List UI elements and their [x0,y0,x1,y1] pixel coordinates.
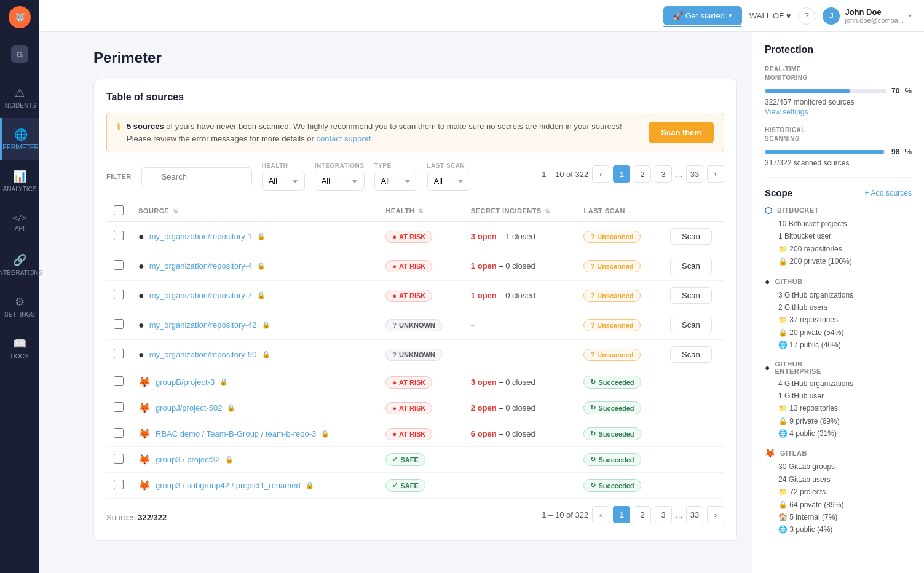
scope-header: Scope + Add sources [765,188,912,198]
row-checkbox[interactable] [114,480,124,489]
bitbucket-provider: ⬡ BITBUCKET [765,205,912,215]
row-checkbox[interactable] [114,290,124,299]
gitlab-provider: 🦊 GITLAB [765,448,912,458]
source-link[interactable]: group3 / subgroup42 / project1_renamed [156,481,301,490]
contact-support-link[interactable]: contact support. [317,134,374,143]
gitlab-detail-5: 🏠 5 internal (7%) [778,511,912,523]
page-2-button-bottom[interactable]: 2 [634,506,651,523]
page-1-button-bottom[interactable]: 1 [613,506,630,523]
lock-icon: 🔒 [257,262,266,270]
health-badge: ● AT RISK [385,428,432,440]
page-3-button-bottom[interactable]: 3 [655,506,672,523]
table-row: ●my_organization/repository-42 🔒? UNKNOW… [106,310,724,340]
source-link[interactable]: my_organization/repository-7 [149,291,253,300]
github-detail-5: 🌐 17 public (46%) [778,339,912,351]
scan-button[interactable]: Scan [670,228,712,245]
github-source-icon: ● [138,349,144,360]
add-sources-button[interactable]: + Add sources [865,189,912,197]
scope-bitbucket: ⬡ BITBUCKET 10 Bitbucket projects 1 Bitb… [765,205,912,268]
page-3-button[interactable]: 3 [655,165,672,183]
alert-text: 5 sources of yours have never been scann… [127,121,622,144]
sidebar-item-analytics[interactable]: 📊 ANALYTICS [0,160,39,202]
succeeded-icon: ↻ [590,481,596,489]
row-checkbox[interactable] [114,319,124,329]
help-button[interactable]: ? [798,7,815,25]
last-scan-filter-select[interactable]: All [427,172,470,191]
sidebar-item-settings[interactable]: ⚙ SETTINGS [0,285,39,327]
closed-count: 0 closed [505,261,535,271]
filter-label: FILTER [106,173,132,180]
health-sort-icon: ⇅ [418,208,424,215]
closed-count: 0 closed [505,291,535,300]
succeeded-icon: ↻ [590,430,596,438]
source-link[interactable]: groupJ/project-502 [156,403,222,413]
page-1-button[interactable]: 1 [613,165,630,183]
row-checkbox[interactable] [114,428,124,438]
sidebar-item-api[interactable]: </> API [0,202,39,243]
sources-count: Sources 322/322 [106,513,167,522]
source-link[interactable]: groupB/project-3 [156,377,215,387]
chevron-down-icon: ▾ [909,12,912,19]
wall-of-button[interactable]: WALL OF ♥ [749,11,791,20]
source-link[interactable]: RBAC demo / Team-B-Group / team-b-repo-3 [156,429,316,438]
scan-them-button[interactable]: Scan them [649,122,714,143]
scope-title: Scope [765,188,792,198]
get-started-label: 🚀 Get started [673,11,725,20]
health-badge: ✓ SAFE [385,453,425,466]
sidebar-item-integrations[interactable]: 🔗 INTEGRATIONS [0,243,39,285]
sidebar-item-g[interactable]: G [0,34,39,76]
source-link[interactable]: my_organization/repository-90 [149,350,257,359]
source-link[interactable]: my_organization/repository-4 [149,261,253,271]
api-icon: </> [12,213,26,223]
app-logo[interactable]: 🐺 [9,6,31,28]
row-checkbox[interactable] [114,376,124,386]
card-title: Table of sources [106,92,724,103]
search-input[interactable] [141,167,252,186]
user-section[interactable]: J John Doe john.doe@compa... ▾ [823,7,912,25]
row-checkbox[interactable] [114,454,124,464]
row-checkbox[interactable] [114,260,124,270]
integrations-filter-select[interactable]: All [315,172,365,191]
health-filter-select[interactable]: All [262,172,305,191]
gitlab-icon: 🦊 [765,448,775,458]
sidebar-item-docs[interactable]: 📖 DOCS [0,327,39,369]
type-filter-select[interactable]: All [374,172,417,191]
prev-page-button-bottom[interactable]: ‹ [592,506,609,523]
scan-button[interactable]: Scan [670,258,712,274]
view-settings-link[interactable]: View settings [765,108,912,116]
page-last-button[interactable]: 33 [686,165,703,183]
page-2-button[interactable]: 2 [634,165,651,183]
row-checkbox[interactable] [114,349,124,358]
source-link[interactable]: group3 / project32 [156,455,220,464]
prev-page-button[interactable]: ‹ [592,165,609,183]
unscanned-icon: ? [590,292,594,299]
table-row: 🦊RBAC demo / Team-B-Group / team-b-repo-… [106,421,724,447]
select-all-checkbox[interactable] [114,205,124,215]
content-area: Perimeter Table of sources ℹ 5 sources o… [79,32,752,573]
scan-button[interactable]: Scan [670,317,712,333]
scan-button[interactable]: Scan [670,287,712,304]
get-started-button[interactable]: 🚀 Get started [663,6,742,25]
row-checkbox[interactable] [114,231,124,240]
historical-pct: 98 [891,148,899,156]
table-row: 🦊groupB/project-3 🔒● AT RISK3 open – 0 c… [106,369,724,395]
next-page-button[interactable]: › [707,165,724,183]
unscanned-icon: ? [590,351,594,358]
page-last-button-bottom[interactable]: 33 [686,506,703,523]
source-link[interactable]: my_organization/repository-1 [149,232,253,241]
unscanned-icon: ? [590,322,594,329]
gitlab-source-icon: 🦊 [138,480,151,491]
realtime-pct-sign: % [904,86,912,95]
sidebar-item-perimeter[interactable]: 🌐 PERIMETER [0,118,39,160]
col-last-scan: LAST SCAN ↓ [576,200,663,222]
source-link[interactable]: my_organization/repository-42 [149,320,257,330]
next-page-button-bottom[interactable]: › [707,506,724,523]
scan-button[interactable]: Scan [670,346,712,363]
row-checkbox[interactable] [114,402,124,412]
sidebar-item-incidents[interactable]: ⚠ INCIDENTS [0,76,39,118]
historical-value: 317/322 scanned sources [765,159,912,167]
alert-text-bold: 5 sources [127,122,164,131]
table-row: ●my_organization/repository-90 🔒? UNKNOW… [106,340,724,369]
alert-banner: ℹ 5 sources of yours have never been sca… [106,113,724,152]
github-detail-3: 📁 37 repositories [778,314,912,326]
